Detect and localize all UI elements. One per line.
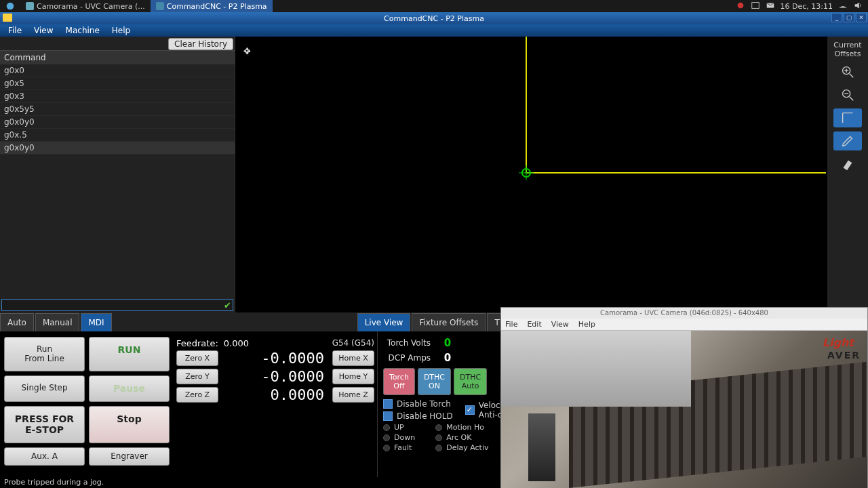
volume-icon[interactable] [853, 1, 863, 12]
checkbox-icon [383, 399, 393, 409]
tab-live-view[interactable]: Live View [357, 313, 411, 331]
disable-torch-checkbox[interactable]: Disable Torch [383, 398, 453, 410]
notification-icon[interactable] [751, 1, 760, 12]
system-taskbar: Camorama - UVC Camera (... CommandCNC - … [0, 0, 868, 12]
run-button[interactable]: RUN [89, 337, 170, 371]
taskbar-commandcnc-label: CommandCNC - P2 Plasma [167, 2, 267, 11]
torch-volts-value: 0 [437, 337, 458, 349]
torch-off-button[interactable]: Torch Off [383, 368, 415, 395]
dro-z-value: 0.0000 [222, 386, 328, 403]
cam-menu-help[interactable]: Help [578, 320, 595, 329]
home-x-button[interactable]: Home X [332, 350, 374, 366]
command-history[interactable]: g0x0 g0x5 g0x3 g0x5y5 g0x0y0 g0x.5 g0x0y… [0, 64, 235, 298]
window-title: CommandCNC - P2 Plasma [384, 14, 484, 23]
history-item[interactable]: g0x5y5 [0, 103, 235, 116]
check-icon: ✔ [224, 300, 231, 310]
taskbar-camorama[interactable]: Camorama - UVC Camera (... [20, 0, 151, 12]
dro-x-value: -0.0000 [222, 350, 328, 367]
menu-help[interactable]: Help [106, 24, 136, 37]
maximize-button[interactable]: ▢ [844, 13, 854, 22]
checkbox-icon [465, 405, 475, 415]
aux-a-button[interactable]: Aux. A [4, 447, 85, 465]
engraver-button[interactable]: Engraver [89, 447, 170, 465]
mdi-panel: Clear History Command g0x0 g0x5 g0x3 g0x… [0, 37, 235, 312]
led-icon [383, 424, 390, 431]
zero-x-button[interactable]: Zero X [176, 350, 218, 366]
network-icon[interactable] [838, 1, 848, 12]
disable-hold-label: Disable HOLD [397, 411, 453, 421]
app-icon [3, 14, 12, 22]
menu-bar: File View Machine Help [0, 24, 868, 37]
cam-menu-file[interactable]: File [505, 320, 517, 329]
history-item[interactable]: g0x5 [0, 77, 235, 90]
tab-manual[interactable]: Manual [35, 313, 80, 331]
camorama-title: Camorama - UVC Camera (046d:0825) - 640x… [501, 308, 867, 319]
status-bar: Probe tripped during a jog. [0, 477, 502, 488]
close-button[interactable]: ✕ [856, 13, 867, 22]
dcp-amps-value: 0 [437, 352, 458, 364]
history-item[interactable]: g0x3 [0, 90, 235, 103]
disable-hold-checkbox[interactable]: Disable HOLD [383, 410, 453, 422]
axis-y-line [526, 37, 527, 174]
menu-file[interactable]: File [3, 24, 27, 37]
pause-button[interactable]: Pause [89, 375, 170, 402]
tab-auto[interactable]: Auto [0, 313, 34, 331]
svg-line-8 [850, 74, 854, 78]
tab-fixture-offsets[interactable]: Fixture Offsets [412, 313, 486, 331]
clock[interactable]: 16 Dec, 13:11 [781, 2, 833, 11]
dthc-on-button[interactable]: DTHC ON [418, 368, 451, 395]
window-titlebar: CommandCNC - P2 Plasma _ ▢ ✕ [0, 12, 868, 24]
pan-cursor-icon: ✥ [243, 46, 251, 56]
velocity-label: Veloc Anti-d [479, 401, 503, 420]
cam-menu-edit[interactable]: Edit [527, 320, 541, 329]
svg-point-1 [737, 2, 743, 8]
led-up-label: UP [394, 423, 404, 432]
camorama-window[interactable]: Camorama - UVC Camera (046d:0825) - 640x… [500, 307, 868, 488]
clear-plot-button[interactable] [833, 155, 862, 174]
clear-history-button[interactable]: Clear History [168, 38, 233, 50]
zero-y-button[interactable]: Zero Y [176, 369, 218, 384]
menu-machine[interactable]: Machine [60, 24, 105, 37]
home-y-button[interactable]: Home Y [332, 369, 374, 384]
led-icon [435, 445, 442, 451]
history-item[interactable]: g0x0 [0, 64, 235, 77]
tab-mdi[interactable]: MDI [81, 313, 111, 331]
svg-rect-2 [751, 2, 759, 8]
record-icon[interactable] [736, 1, 745, 12]
led-motion-label: Motion Ho [446, 423, 484, 432]
history-item[interactable]: g0x0y0 [0, 142, 235, 155]
zero-z-button[interactable]: Zero Z [176, 387, 218, 403]
axis-x-line [526, 172, 826, 174]
dthc-auto-button[interactable]: DTHC Auto [454, 368, 487, 395]
toolpath-canvas[interactable]: ✥ [235, 37, 827, 312]
zoom-in-button[interactable] [833, 62, 862, 81]
mail-icon[interactable] [766, 1, 775, 12]
led-icon [383, 434, 390, 441]
history-item[interactable]: g0x0y0 [0, 116, 235, 129]
stop-button[interactable]: Stop [89, 406, 170, 444]
taskbar-commandcnc[interactable]: CommandCNC - P2 Plasma [151, 0, 273, 12]
led-icon [383, 445, 390, 451]
menu-view[interactable]: View [28, 24, 58, 37]
led-delay-label: Delay Activ [446, 443, 488, 452]
run-from-line-button[interactable]: Run From Line [4, 337, 85, 371]
zoom-out-button[interactable] [833, 85, 862, 104]
mdi-input[interactable]: ✔ [1, 299, 233, 311]
brand-logo: Light [823, 336, 854, 349]
dro-y-value: -0.0000 [222, 368, 328, 385]
camera-feed: Light AVER [501, 331, 867, 488]
start-menu[interactable] [0, 0, 20, 12]
led-down-label: Down [394, 433, 415, 442]
velocity-anti-dive-checkbox[interactable]: Veloc Anti-d [465, 398, 503, 422]
estop-button[interactable]: PRESS FOR E-STOP [4, 406, 85, 444]
history-item[interactable]: g0x.5 [0, 129, 235, 142]
single-step-button[interactable]: Single Step [4, 375, 85, 402]
minimize-button[interactable]: _ [831, 13, 842, 22]
cam-menu-view[interactable]: View [551, 320, 569, 329]
view-toolbar: Current Offsets [827, 37, 868, 312]
top-view-button[interactable] [833, 108, 862, 127]
led-arcok-label: Arc OK [446, 433, 471, 442]
home-z-button[interactable]: Home Z [332, 387, 374, 403]
coord-system: G54 (G54) [332, 338, 374, 348]
edit-tool-button[interactable] [833, 131, 862, 150]
